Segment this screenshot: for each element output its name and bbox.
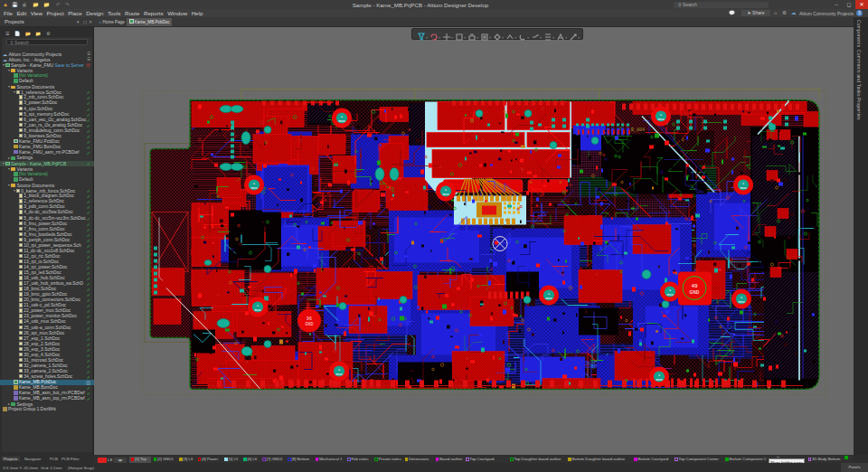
svg-text:GND: GND (250, 185, 258, 189)
svg-text:GND: GND (656, 377, 663, 381)
svg-text:GND: GND (690, 288, 700, 295)
svg-text:GND: GND (442, 192, 449, 195)
svg-text:GND: GND (335, 372, 343, 375)
svg-text:GND: GND (254, 307, 261, 311)
svg-text:GND: GND (657, 117, 665, 120)
svg-text:GND: GND (338, 118, 345, 122)
svg-text:GND: GND (740, 185, 747, 189)
svg-text:GND: GND (545, 296, 552, 299)
svg-text:49: 49 (691, 282, 698, 288)
svg-text:GND: GND (305, 321, 313, 326)
svg-text:GND: GND (738, 299, 745, 303)
svg-text:GND: GND (666, 292, 674, 296)
svg-text:B_804: B_804 (631, 127, 645, 132)
